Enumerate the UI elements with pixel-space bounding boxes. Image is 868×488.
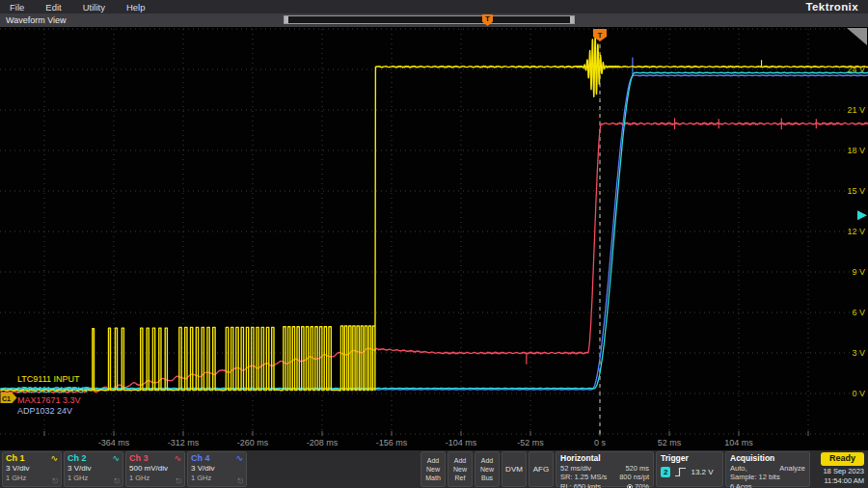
record-view-trigger-icon[interactable]: T — [482, 14, 493, 26]
channel-badge-ch3[interactable]: Ch 3 500 mV/div 1 GHz ∿ ⎋ — [125, 451, 185, 487]
graticule — [0, 29, 868, 436]
add-math-line2: New — [421, 465, 445, 474]
record-view-left-handle[interactable] — [285, 16, 288, 23]
acq-count: 6 Acqs — [730, 482, 752, 488]
menu-utility[interactable]: Utility — [83, 2, 105, 13]
afg-button[interactable]: AFG — [529, 451, 554, 487]
menu-file[interactable]: File — [10, 2, 24, 13]
tab-waveform-view[interactable]: Waveform View — [6, 15, 67, 25]
tab-bar: Waveform View T — [0, 14, 868, 27]
channel-badge-ch2[interactable]: Ch 2 3 V/div 1 GHz ∿ ⎋ — [64, 451, 123, 487]
trigger-level: 13.2 V — [691, 468, 713, 476]
trigger-panel[interactable]: Trigger 2 13.2 V — [656, 451, 723, 487]
svg-text:MAX17671 3.3V: MAX17671 3.3V — [17, 395, 81, 405]
ch1-waveform-icon: ∿ — [50, 453, 58, 463]
channel-badge-ch4[interactable]: Ch 4 3 V/div 1 GHz ∿ ⎋ — [187, 451, 247, 487]
trace-ch1 — [0, 37, 868, 391]
ch2-scale: 3 V/div — [68, 464, 120, 474]
svg-text:ADP1032 24V: ADP1032 24V — [17, 406, 72, 416]
trigger-title: Trigger — [661, 453, 719, 464]
acquisition-panel[interactable]: Acquisition Auto, Analyze Sample: 12 bit… — [725, 451, 810, 487]
add-bus-line2: New — [475, 465, 499, 474]
rising-edge-icon — [674, 467, 687, 477]
ch1-bandwidth: 1 GHz — [6, 474, 58, 483]
status-box: Ready 18 Sep 2023 11:54:00 AM — [812, 451, 866, 487]
trace-ch3 — [0, 118, 868, 393]
ch2-probe-icon: ⎋ — [114, 477, 120, 485]
menu-bar: File Edit Utility Help Tektronix — [0, 0, 868, 14]
ready-status-button[interactable]: Ready — [821, 452, 864, 466]
record-view-right-handle[interactable] — [570, 16, 574, 23]
acq-sample: Sample: 12 bits — [730, 473, 780, 482]
trace-ch2 — [0, 72, 868, 389]
ch4-scale: 3 V/div — [191, 464, 243, 474]
add-ref-line1: Add — [448, 456, 472, 465]
acquisition-title: Acquisition — [730, 453, 805, 464]
svg-text:0 s: 0 s — [594, 438, 607, 447]
time-label: 11:54:00 AM — [824, 476, 864, 485]
svg-text:0 V: 0 V — [852, 389, 865, 398]
resolution: 800 ns/pt — [619, 473, 649, 482]
tektronix-logo: Tektronix — [805, 1, 858, 13]
svg-text:T: T — [598, 31, 603, 40]
trigger-source-chip: 2 — [661, 467, 670, 477]
waveform-display[interactable]: TC124 V21 V18 V15 V12 V9 V6 V3 V0 V-364 … — [0, 27, 868, 450]
svg-text:24 V: 24 V — [847, 65, 865, 74]
add-new-bus-button[interactable]: Add New Bus — [475, 451, 500, 487]
ch1-scale: 3 V/div — [6, 464, 58, 474]
channel-badge-ch1[interactable]: Ch 1 3 V/div 1 GHz ∿ ⎋ — [2, 451, 62, 487]
record-length: RL: 650 kpts — [560, 482, 601, 488]
ch4-probe-icon: ⎋ — [237, 477, 243, 485]
add-bus-line3: Bus — [475, 474, 499, 482]
svg-text:-312 ms: -312 ms — [168, 438, 200, 447]
acq-analyze: Analyze — [779, 464, 805, 474]
svg-text:-156 ms: -156 ms — [376, 438, 408, 447]
trigger-level-arrow[interactable] — [857, 210, 867, 220]
svg-text:52 ms: 52 ms — [658, 438, 682, 447]
ch1-reference-marker[interactable]: C1 — [1, 393, 17, 403]
trace-ch4 — [0, 57, 868, 390]
horizontal-panel[interactable]: Horizontal 52 ms/div 520 ms SR: 1.25 MS/… — [556, 451, 654, 487]
ch1-probe-icon: ⎋ — [52, 477, 58, 485]
dvm-button[interactable]: DVM — [502, 451, 527, 487]
svg-text:104 ms: 104 ms — [724, 438, 753, 447]
sample-rate: SR: 1.25 MS/s — [560, 473, 607, 482]
settings-bar: Ch 1 3 V/div 1 GHz ∿ ⎋ Ch 2 3 V/div 1 GH… — [0, 450, 868, 488]
ch3-bandwidth: 1 GHz — [129, 474, 181, 483]
menu-edit[interactable]: Edit — [45, 2, 61, 13]
date-label: 18 Sep 2023 — [823, 467, 864, 475]
svg-text:LTC9111 OUTPUT: LTC9111 OUTPUT — [17, 385, 90, 394]
right-axis-labels: 24 V21 V18 V15 V12 V9 V6 V3 V0 V — [847, 65, 865, 398]
bottom-bar-spacer — [249, 451, 419, 487]
ch3-waveform-icon: ∿ — [174, 453, 181, 463]
add-ref-line3: Ref — [448, 474, 472, 482]
svg-text:6 V: 6 V — [852, 308, 865, 317]
svg-text:LTC9111 INPUT: LTC9111 INPUT — [17, 374, 80, 384]
svg-text:C1: C1 — [2, 395, 11, 402]
svg-text:-364 ms: -364 ms — [98, 438, 130, 447]
svg-text:21 V: 21 V — [847, 105, 865, 115]
svg-text:-260 ms: -260 ms — [237, 438, 269, 447]
add-ref-line2: New — [448, 465, 472, 474]
svg-text:-104 ms: -104 ms — [446, 438, 477, 447]
ch2-bandwidth: 1 GHz — [68, 474, 120, 483]
ch2-waveform-icon: ∿ — [112, 453, 120, 463]
add-new-math-button[interactable]: Add New Math — [420, 451, 446, 487]
svg-text:3 V: 3 V — [852, 348, 865, 358]
svg-text:-208 ms: -208 ms — [307, 438, 339, 447]
time-axis-labels: -364 ms-312 ms-260 ms-208 ms-156 ms-104 … — [98, 438, 754, 447]
record-view-bar[interactable] — [284, 15, 575, 24]
ch3-probe-icon: ⎋ — [176, 477, 181, 485]
trace-name-labels: LTC9111 INPUTLTC9111 OUTPUTMAX17671 3.3V… — [17, 374, 90, 416]
horizontal-scale: 52 ms/div — [560, 464, 591, 474]
svg-text:-52 ms: -52 ms — [517, 438, 544, 447]
corner-handle-icon[interactable] — [847, 28, 867, 45]
position-indicator-icon — [627, 484, 633, 488]
horizontal-window: 520 ms — [625, 464, 649, 474]
add-bus-line1: Add — [475, 456, 499, 465]
menu-help[interactable]: Help — [126, 2, 146, 13]
add-new-ref-button[interactable]: Add New Ref — [448, 451, 473, 487]
svg-text:15 V: 15 V — [847, 186, 865, 196]
scope-graticule-svg: TC124 V21 V18 V15 V12 V9 V6 V3 V0 V-364 … — [0, 27, 868, 450]
ch4-bandwidth: 1 GHz — [191, 474, 243, 483]
